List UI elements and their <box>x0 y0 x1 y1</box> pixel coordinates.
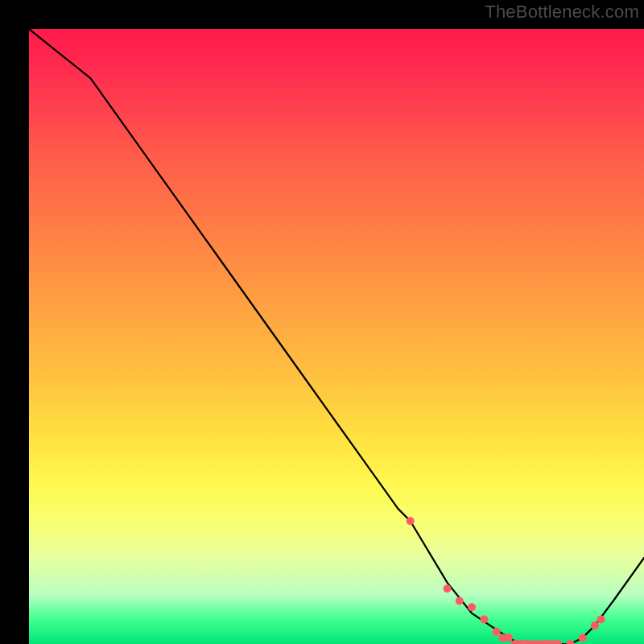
marker-point <box>468 603 476 611</box>
marker-group <box>407 517 605 644</box>
marker-point <box>480 615 488 623</box>
watermark-text: TheBottleneck.com <box>485 2 639 23</box>
marker-point <box>505 634 513 642</box>
curve-line-group <box>29 29 644 644</box>
marker-point <box>407 517 415 525</box>
chart-svg <box>29 29 644 644</box>
marker-point <box>579 634 587 642</box>
marker-point <box>597 615 605 623</box>
marker-point <box>493 628 501 636</box>
marker-point <box>444 584 452 592</box>
curve-line <box>29 29 644 644</box>
marker-point <box>591 621 599 630</box>
chart-frame <box>14 14 630 630</box>
marker-point <box>456 597 464 605</box>
plot-area <box>29 29 644 644</box>
marker-point <box>566 640 574 644</box>
marker-point <box>554 640 562 644</box>
